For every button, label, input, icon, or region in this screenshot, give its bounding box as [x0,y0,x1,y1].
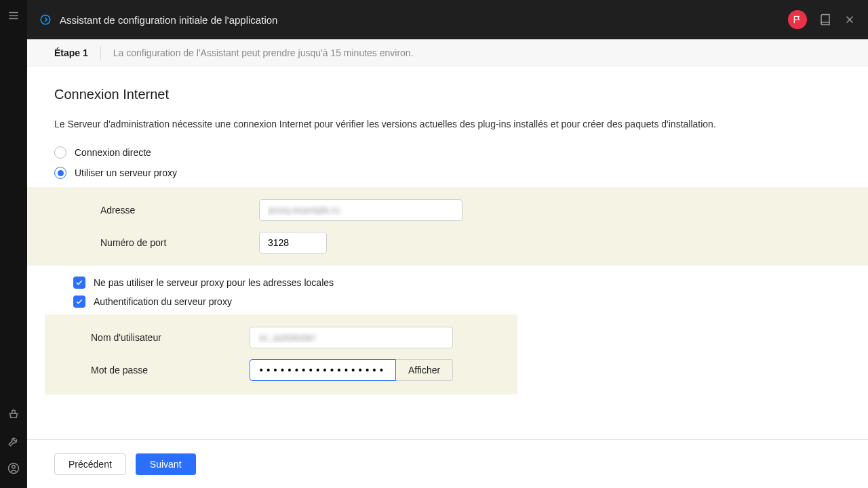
section-title: Connexion Internet [54,87,841,102]
basket-icon[interactable] [7,408,20,420]
checkbox-proxy-auth[interactable] [73,296,85,308]
feedback-flag-button[interactable] [788,10,807,29]
svg-point-5 [41,15,50,24]
checkbox-proxy-auth-label[interactable]: Authentification du serveur proxy [94,296,232,307]
checkbox-bypass-local[interactable] [73,277,85,289]
next-button[interactable]: Suivant [136,453,196,475]
svg-point-4 [12,466,16,469]
page-title: Assistant de configuration initiale de l… [60,14,277,26]
checkbox-bypass-local-label[interactable]: Ne pas utiliser le serveur proxy pour le… [94,277,334,288]
section-description: Le Serveur d'administration nécessite un… [54,117,841,131]
previous-button[interactable]: Précédent [54,453,126,475]
radio-direct-label[interactable]: Connexion directe [75,147,151,158]
auth-password-input[interactable] [250,359,396,381]
proxy-auth-block: Nom d'utilisateur Mot de passe Afficher [45,314,517,394]
proxy-address-input[interactable] [259,199,462,221]
wizard-footer: Précédent Suivant [27,439,868,488]
proxy-settings-block: Adresse Numéro de port [27,187,868,266]
auth-password-label: Mot de passe [91,365,250,375]
step-label: Étape 1 [54,47,88,58]
radio-direct-connection[interactable] [54,146,66,159]
step-divider [100,46,101,60]
titlebar: Assistant de configuration initiale de l… [27,0,868,39]
sidebar-rail [0,0,27,488]
auth-username-input[interactable] [250,327,453,348]
account-icon[interactable] [7,462,20,474]
content-area: Connexion Internet Le Serveur d'administ… [27,66,868,439]
step-description: La configuration de l'Assistant peut pre… [113,47,414,58]
wrench-icon[interactable] [7,435,20,447]
proxy-address-label: Adresse [100,205,259,216]
auth-username-label: Nom d'utilisateur [91,332,250,343]
close-icon[interactable] [844,14,856,26]
show-password-button[interactable]: Afficher [396,359,453,381]
proxy-port-input[interactable] [259,232,327,253]
wizard-icon [39,14,52,26]
radio-use-proxy[interactable] [54,167,66,179]
bookmark-icon[interactable] [819,14,831,26]
menu-icon[interactable] [7,9,20,22]
proxy-port-label: Numéro de port [100,237,259,248]
radio-proxy-label[interactable]: Utiliser un serveur proxy [75,167,177,178]
step-bar: Étape 1 La configuration de l'Assistant … [27,39,868,66]
